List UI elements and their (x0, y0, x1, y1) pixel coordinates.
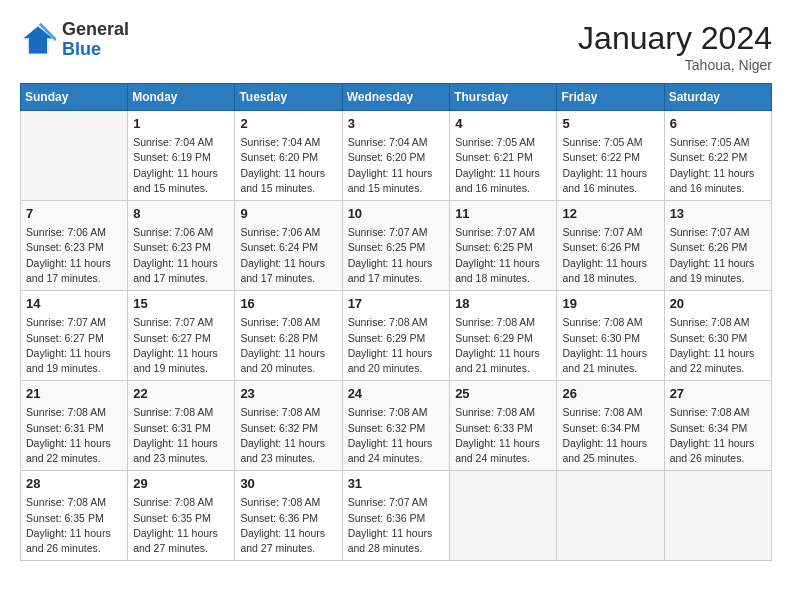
day-number: 5 (562, 115, 658, 133)
calendar-cell: 12Sunrise: 7:07 AMSunset: 6:26 PMDayligh… (557, 201, 664, 291)
day-number: 22 (133, 385, 229, 403)
calendar-cell: 17Sunrise: 7:08 AMSunset: 6:29 PMDayligh… (342, 291, 450, 381)
month-title: January 2024 (578, 20, 772, 57)
day-info: Sunrise: 7:08 AMSunset: 6:33 PMDaylight:… (455, 405, 551, 466)
calendar-cell: 23Sunrise: 7:08 AMSunset: 6:32 PMDayligh… (235, 381, 342, 471)
day-number: 31 (348, 475, 445, 493)
day-number: 15 (133, 295, 229, 313)
day-info: Sunrise: 7:06 AMSunset: 6:24 PMDaylight:… (240, 225, 336, 286)
calendar-cell: 16Sunrise: 7:08 AMSunset: 6:28 PMDayligh… (235, 291, 342, 381)
day-number: 19 (562, 295, 658, 313)
day-header-saturday: Saturday (664, 84, 771, 111)
calendar-cell: 27Sunrise: 7:08 AMSunset: 6:34 PMDayligh… (664, 381, 771, 471)
day-info: Sunrise: 7:07 AMSunset: 6:27 PMDaylight:… (133, 315, 229, 376)
day-info: Sunrise: 7:05 AMSunset: 6:22 PMDaylight:… (670, 135, 766, 196)
calendar-week-row: 14Sunrise: 7:07 AMSunset: 6:27 PMDayligh… (21, 291, 772, 381)
calendar-week-row: 28Sunrise: 7:08 AMSunset: 6:35 PMDayligh… (21, 471, 772, 561)
day-info: Sunrise: 7:05 AMSunset: 6:22 PMDaylight:… (562, 135, 658, 196)
calendar-cell (450, 471, 557, 561)
day-info: Sunrise: 7:05 AMSunset: 6:21 PMDaylight:… (455, 135, 551, 196)
calendar-header-row: SundayMondayTuesdayWednesdayThursdayFrid… (21, 84, 772, 111)
day-info: Sunrise: 7:08 AMSunset: 6:30 PMDaylight:… (670, 315, 766, 376)
day-number: 27 (670, 385, 766, 403)
day-info: Sunrise: 7:07 AMSunset: 6:25 PMDaylight:… (455, 225, 551, 286)
day-number: 29 (133, 475, 229, 493)
calendar-cell: 22Sunrise: 7:08 AMSunset: 6:31 PMDayligh… (128, 381, 235, 471)
calendar-cell: 6Sunrise: 7:05 AMSunset: 6:22 PMDaylight… (664, 111, 771, 201)
calendar-cell: 13Sunrise: 7:07 AMSunset: 6:26 PMDayligh… (664, 201, 771, 291)
day-number: 21 (26, 385, 122, 403)
day-number: 14 (26, 295, 122, 313)
calendar-cell: 7Sunrise: 7:06 AMSunset: 6:23 PMDaylight… (21, 201, 128, 291)
calendar-cell: 21Sunrise: 7:08 AMSunset: 6:31 PMDayligh… (21, 381, 128, 471)
day-number: 11 (455, 205, 551, 223)
day-number: 24 (348, 385, 445, 403)
day-info: Sunrise: 7:08 AMSunset: 6:35 PMDaylight:… (26, 495, 122, 556)
day-number: 2 (240, 115, 336, 133)
day-number: 26 (562, 385, 658, 403)
day-number: 12 (562, 205, 658, 223)
day-info: Sunrise: 7:08 AMSunset: 6:28 PMDaylight:… (240, 315, 336, 376)
day-header-friday: Friday (557, 84, 664, 111)
day-info: Sunrise: 7:08 AMSunset: 6:34 PMDaylight:… (670, 405, 766, 466)
day-header-wednesday: Wednesday (342, 84, 450, 111)
day-number: 18 (455, 295, 551, 313)
day-info: Sunrise: 7:08 AMSunset: 6:35 PMDaylight:… (133, 495, 229, 556)
day-number: 8 (133, 205, 229, 223)
day-number: 6 (670, 115, 766, 133)
logo: General Blue (20, 20, 129, 60)
location-subtitle: Tahoua, Niger (578, 57, 772, 73)
day-header-tuesday: Tuesday (235, 84, 342, 111)
day-info: Sunrise: 7:04 AMSunset: 6:20 PMDaylight:… (348, 135, 445, 196)
day-info: Sunrise: 7:08 AMSunset: 6:31 PMDaylight:… (133, 405, 229, 466)
day-info: Sunrise: 7:08 AMSunset: 6:36 PMDaylight:… (240, 495, 336, 556)
day-info: Sunrise: 7:08 AMSunset: 6:29 PMDaylight:… (455, 315, 551, 376)
calendar-cell: 14Sunrise: 7:07 AMSunset: 6:27 PMDayligh… (21, 291, 128, 381)
day-info: Sunrise: 7:08 AMSunset: 6:32 PMDaylight:… (348, 405, 445, 466)
page-header: General Blue January 2024 Tahoua, Niger (20, 20, 772, 73)
calendar-cell: 3Sunrise: 7:04 AMSunset: 6:20 PMDaylight… (342, 111, 450, 201)
calendar-cell: 28Sunrise: 7:08 AMSunset: 6:35 PMDayligh… (21, 471, 128, 561)
calendar-cell (557, 471, 664, 561)
day-number: 4 (455, 115, 551, 133)
calendar-week-row: 21Sunrise: 7:08 AMSunset: 6:31 PMDayligh… (21, 381, 772, 471)
calendar-cell: 24Sunrise: 7:08 AMSunset: 6:32 PMDayligh… (342, 381, 450, 471)
calendar-cell: 11Sunrise: 7:07 AMSunset: 6:25 PMDayligh… (450, 201, 557, 291)
day-number: 7 (26, 205, 122, 223)
calendar-cell: 29Sunrise: 7:08 AMSunset: 6:35 PMDayligh… (128, 471, 235, 561)
calendar-cell: 5Sunrise: 7:05 AMSunset: 6:22 PMDaylight… (557, 111, 664, 201)
calendar-table: SundayMondayTuesdayWednesdayThursdayFrid… (20, 83, 772, 561)
day-info: Sunrise: 7:04 AMSunset: 6:20 PMDaylight:… (240, 135, 336, 196)
day-info: Sunrise: 7:07 AMSunset: 6:26 PMDaylight:… (562, 225, 658, 286)
day-number: 30 (240, 475, 336, 493)
day-info: Sunrise: 7:08 AMSunset: 6:31 PMDaylight:… (26, 405, 122, 466)
calendar-cell: 19Sunrise: 7:08 AMSunset: 6:30 PMDayligh… (557, 291, 664, 381)
calendar-cell: 10Sunrise: 7:07 AMSunset: 6:25 PMDayligh… (342, 201, 450, 291)
day-info: Sunrise: 7:07 AMSunset: 6:36 PMDaylight:… (348, 495, 445, 556)
day-number: 20 (670, 295, 766, 313)
day-number: 3 (348, 115, 445, 133)
calendar-cell: 20Sunrise: 7:08 AMSunset: 6:30 PMDayligh… (664, 291, 771, 381)
day-header-sunday: Sunday (21, 84, 128, 111)
day-number: 23 (240, 385, 336, 403)
calendar-week-row: 7Sunrise: 7:06 AMSunset: 6:23 PMDaylight… (21, 201, 772, 291)
calendar-cell (21, 111, 128, 201)
day-number: 10 (348, 205, 445, 223)
day-info: Sunrise: 7:07 AMSunset: 6:25 PMDaylight:… (348, 225, 445, 286)
day-info: Sunrise: 7:06 AMSunset: 6:23 PMDaylight:… (133, 225, 229, 286)
day-info: Sunrise: 7:08 AMSunset: 6:30 PMDaylight:… (562, 315, 658, 376)
day-header-monday: Monday (128, 84, 235, 111)
day-info: Sunrise: 7:08 AMSunset: 6:34 PMDaylight:… (562, 405, 658, 466)
calendar-cell: 1Sunrise: 7:04 AMSunset: 6:19 PMDaylight… (128, 111, 235, 201)
day-number: 28 (26, 475, 122, 493)
title-block: January 2024 Tahoua, Niger (578, 20, 772, 73)
day-info: Sunrise: 7:06 AMSunset: 6:23 PMDaylight:… (26, 225, 122, 286)
day-info: Sunrise: 7:07 AMSunset: 6:27 PMDaylight:… (26, 315, 122, 376)
calendar-cell: 26Sunrise: 7:08 AMSunset: 6:34 PMDayligh… (557, 381, 664, 471)
calendar-cell: 18Sunrise: 7:08 AMSunset: 6:29 PMDayligh… (450, 291, 557, 381)
calendar-cell: 15Sunrise: 7:07 AMSunset: 6:27 PMDayligh… (128, 291, 235, 381)
calendar-cell (664, 471, 771, 561)
calendar-cell: 30Sunrise: 7:08 AMSunset: 6:36 PMDayligh… (235, 471, 342, 561)
calendar-cell: 8Sunrise: 7:06 AMSunset: 6:23 PMDaylight… (128, 201, 235, 291)
logo-icon (20, 22, 56, 58)
